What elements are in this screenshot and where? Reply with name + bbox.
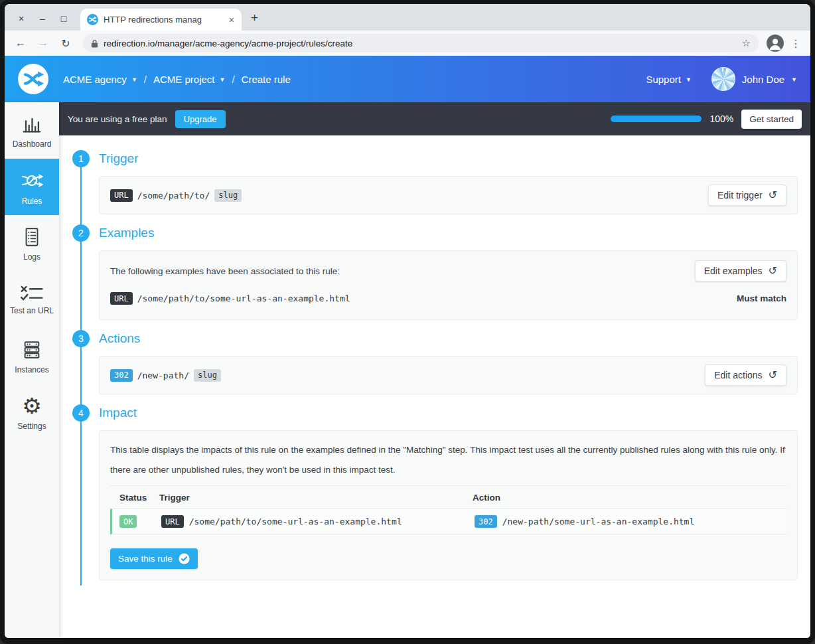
step-number-badge: 1 [72,150,90,167]
browser-window: × – □ HTTP redirections manag × + ← → ↻ … [0,0,815,644]
rules-icon [20,169,44,193]
url-badge: URL [161,515,184,528]
back-icon[interactable]: ← [11,37,30,49]
section-trigger: 1 Trigger URL /some/path/to/ slug Edit t… [72,150,798,214]
window-minimize-icon[interactable]: – [38,13,47,24]
plan-bar: You are using a free plan Upgrade 100% G… [59,102,810,135]
favicon [87,14,98,25]
impact-table: Status Trigger Action OK URL [110,485,786,534]
window-maximize-icon[interactable]: □ [59,13,68,24]
impact-description: This table displays the impacts of this … [110,440,786,485]
section-actions: 3 Actions 302 /new-path/ slug Edit actio… [72,330,798,394]
bookmark-star-icon[interactable]: ☆ [742,37,751,49]
status-302-badge: 302 [475,515,497,528]
section-examples: 2 Examples The following examples have b… [72,224,798,320]
chevron-down-icon: ▼ [686,76,692,83]
bar-chart-icon [21,113,43,135]
browser-tab[interactable]: HTTP redirections manag × [80,9,242,31]
get-started-button[interactable]: Get started [741,110,802,129]
user-menu[interactable]: John Doe ▼ [711,67,797,91]
section-title-actions: Actions [99,331,140,346]
reload-icon[interactable]: ↻ [56,37,75,50]
breadcrumb-separator: / [144,74,147,85]
new-tab-button[interactable]: + [242,11,267,31]
sidebar-item-instances[interactable]: Instances [5,328,59,384]
sidebar-item-test-url[interactable]: Test an URL [5,272,59,328]
example-path: /some/path/to/some-url-as-an-example.htm… [137,293,350,303]
sidebar: Dashboard Rules Logs Test an URL Instanc… [5,102,59,638]
step-number-badge: 4 [72,404,90,422]
user-name: John Doe [742,74,784,85]
lock-icon [91,39,98,48]
impact-card: This table displays the impacts of this … [99,430,798,580]
impact-table-header: Status Trigger Action [110,486,786,509]
sidebar-item-logs[interactable]: Logs [5,215,59,272]
gear-icon: ⚙ [22,395,42,418]
tab-close-icon[interactable]: × [227,15,236,25]
sidebar-item-settings[interactable]: ⚙ Settings [5,384,59,441]
slug-badge: slug [194,369,221,382]
trigger-path: /some/path/to/ [137,191,210,201]
history-icon: ↺ [769,191,777,200]
trigger-card: URL /some/path/to/ slug Edit trigger ↺ [99,176,798,214]
impact-table-row: OK URL /some/path/to/some-url-as-an-exam… [110,509,786,534]
progress-percent: 100% [709,114,733,124]
breadcrumb-project-dropdown[interactable]: ACME project ▼ [153,74,225,85]
url-badge: URL [110,292,133,305]
breadcrumb: ACME agency ▼ / ACME project ▼ / Create … [63,74,291,85]
sidebar-item-rules[interactable]: Rules [5,159,59,215]
sidebar-item-dashboard[interactable]: Dashboard [5,102,59,159]
save-rule-button[interactable]: Save this rule [110,548,198,569]
step-number-badge: 2 [72,224,90,242]
must-match-label[interactable]: Must match [737,293,786,303]
test-url-icon [19,284,44,302]
url-bar[interactable]: redirection.io/manager/acme-agency/acme-… [83,34,759,52]
status-ok-badge: OK [119,515,137,528]
rule-create-page: 1 Trigger URL /some/path/to/ slug Edit t… [59,135,810,638]
section-title-trigger: Trigger [99,151,138,166]
redirectionio-logo[interactable] [18,64,48,94]
support-menu[interactable]: Support ▼ [646,74,691,85]
user-avatar [711,67,735,91]
check-circle-icon [179,553,190,564]
breadcrumb-separator: / [232,74,234,85]
chevron-down-icon: ▼ [220,76,226,83]
examples-card: The following examples have been associa… [99,250,798,320]
breadcrumb-agency-dropdown[interactable]: ACME agency ▼ [63,74,137,85]
step-number-badge: 3 [72,330,90,347]
instances-icon [21,339,43,361]
status-302-badge: 302 [110,369,133,382]
edit-actions-button[interactable]: Edit actions ↺ [705,364,786,386]
chevron-down-icon: ▼ [791,76,797,83]
section-title-examples: Examples [99,226,154,240]
onboarding-progress-bar [611,116,702,122]
logs-icon [21,226,43,248]
section-title-impact: Impact [99,406,137,420]
upgrade-button[interactable]: Upgrade [175,110,226,128]
browser-menu-icon[interactable]: ⋮ [788,37,804,50]
browser-toolbar: ← → ↻ redirection.io/manager/acme-agency… [5,31,810,56]
app-header: ACME agency ▼ / ACME project ▼ / Create … [5,56,810,102]
slug-badge: slug [214,189,242,202]
impact-trigger-path: /some/path/to/some-url-as-an-example.htm… [189,517,402,526]
impact-action-path: /new-path/some-url-as-an-example.html [502,517,695,526]
example-row: URL /some/path/to/some-url-as-an-example… [110,292,786,309]
plan-message: You are using a free plan [68,114,167,124]
section-impact: 4 Impact This table displays the impacts… [72,404,798,580]
browser-profile-avatar[interactable] [767,35,784,52]
history-icon: ↺ [769,370,777,380]
url-text: redirection.io/manager/acme-agency/acme-… [104,39,737,48]
window-close-icon[interactable]: × [17,13,26,24]
edit-trigger-button[interactable]: Edit trigger ↺ [708,185,786,206]
tab-title: HTTP redirections manag [104,15,222,25]
action-path: /new-path/ [137,370,189,380]
examples-description: The following examples have been associa… [110,260,340,276]
actions-card: 302 /new-path/ slug Edit actions ↺ [99,356,798,394]
browser-titlebar: × – □ HTTP redirections manag × + [5,4,810,31]
url-badge: URL [110,189,133,202]
chevron-down-icon: ▼ [131,76,137,83]
edit-examples-button[interactable]: Edit examples ↺ [695,260,786,282]
page-title: Create rule [242,74,291,85]
history-icon: ↺ [769,266,777,276]
forward-icon[interactable]: → [34,37,52,49]
